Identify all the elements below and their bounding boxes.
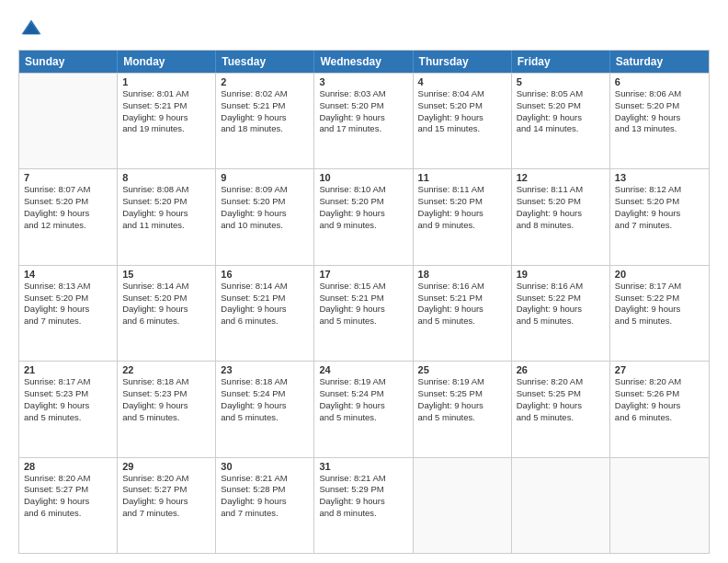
day-number: 22 — [122, 364, 210, 375]
cell-line: Daylight: 9 hours — [319, 496, 407, 508]
cell-line: and 12 minutes. — [24, 220, 112, 232]
cell-line: Sunrise: 8:01 AM — [122, 88, 210, 100]
day-number: 29 — [122, 461, 210, 472]
cell-line: and 5 minutes. — [517, 412, 605, 424]
cell-line: Sunset: 5:28 PM — [221, 484, 309, 496]
cal-cell-1-3: 2Sunrise: 8:02 AMSunset: 5:21 PMDaylight… — [216, 74, 314, 168]
cal-cell-2-4: 10Sunrise: 8:10 AMSunset: 5:20 PMDayligh… — [314, 169, 413, 264]
cell-line: Sunrise: 8:20 AM — [122, 473, 210, 485]
cell-line: and 5 minutes. — [122, 412, 210, 424]
cell-line: Daylight: 9 hours — [24, 496, 112, 508]
cell-line: Sunset: 5:20 PM — [319, 196, 407, 208]
cell-line: Daylight: 9 hours — [517, 400, 605, 412]
day-number: 2 — [221, 76, 309, 87]
cell-line: Daylight: 9 hours — [24, 304, 112, 316]
cell-line: Sunrise: 8:14 AM — [122, 281, 210, 293]
cell-line: Daylight: 9 hours — [418, 112, 506, 124]
cell-line: and 6 minutes. — [122, 316, 210, 327]
cal-cell-4-4: 24Sunrise: 8:19 AMSunset: 5:24 PMDayligh… — [314, 362, 413, 456]
cell-line: and 17 minutes. — [319, 123, 407, 135]
cell-line: Sunset: 5:20 PM — [418, 196, 506, 208]
cell-line: Daylight: 9 hours — [221, 400, 309, 412]
day-number: 23 — [221, 364, 309, 375]
cal-cell-5-1: 28Sunrise: 8:20 AMSunset: 5:27 PMDayligh… — [19, 458, 118, 553]
cal-cell-5-6 — [512, 458, 610, 553]
cell-line: Sunrise: 8:06 AM — [615, 88, 704, 100]
cell-line: Sunrise: 8:11 AM — [517, 184, 605, 196]
cal-cell-3-2: 15Sunrise: 8:14 AMSunset: 5:20 PMDayligh… — [118, 266, 216, 361]
cal-cell-2-3: 9Sunrise: 8:09 AMSunset: 5:20 PMDaylight… — [216, 169, 314, 264]
day-number: 20 — [615, 269, 704, 280]
cell-line: Sunset: 5:20 PM — [615, 100, 704, 112]
day-number: 9 — [221, 172, 309, 183]
cell-line: and 5 minutes. — [319, 412, 407, 424]
cell-line: Daylight: 9 hours — [221, 208, 309, 220]
cell-line: Daylight: 9 hours — [122, 496, 210, 508]
cell-line: Sunrise: 8:07 AM — [24, 184, 112, 196]
cell-line: and 8 minutes. — [319, 508, 407, 520]
cell-line: Sunset: 5:20 PM — [615, 196, 704, 208]
weekday-header-monday: Monday — [118, 51, 216, 73]
cal-cell-4-6: 26Sunrise: 8:20 AMSunset: 5:25 PMDayligh… — [512, 362, 610, 456]
calendar-row-3: 14Sunrise: 8:13 AMSunset: 5:20 PMDayligh… — [19, 265, 709, 361]
cell-line: and 9 minutes. — [418, 220, 506, 232]
cell-line: and 5 minutes. — [517, 316, 605, 327]
day-number: 13 — [615, 172, 704, 183]
cell-line: Sunset: 5:20 PM — [517, 196, 605, 208]
cal-cell-1-6: 5Sunrise: 8:05 AMSunset: 5:20 PMDaylight… — [512, 74, 610, 168]
cell-line: Daylight: 9 hours — [122, 400, 210, 412]
day-number: 1 — [122, 76, 210, 87]
cell-line: and 6 minutes. — [221, 316, 309, 327]
cell-line: Daylight: 9 hours — [319, 112, 407, 124]
cell-line: Sunset: 5:26 PM — [615, 388, 704, 400]
calendar-header: SundayMondayTuesdayWednesdayThursdayFrid… — [19, 51, 709, 73]
cell-line: Sunrise: 8:04 AM — [418, 88, 506, 100]
cal-cell-3-5: 18Sunrise: 8:16 AMSunset: 5:21 PMDayligh… — [414, 266, 512, 361]
cell-line: Sunrise: 8:19 AM — [418, 376, 506, 388]
cell-line: Sunrise: 8:13 AM — [24, 281, 112, 293]
cell-line: and 5 minutes. — [615, 316, 704, 327]
cell-line: Sunset: 5:20 PM — [122, 196, 210, 208]
day-number: 31 — [319, 461, 407, 472]
cell-line: Sunrise: 8:16 AM — [418, 281, 506, 293]
cal-cell-3-3: 16Sunrise: 8:14 AMSunset: 5:21 PMDayligh… — [216, 266, 314, 361]
cell-line: Daylight: 9 hours — [615, 112, 704, 124]
cell-line: Sunset: 5:22 PM — [517, 293, 605, 304]
day-number: 5 — [517, 76, 605, 87]
day-number: 17 — [319, 269, 407, 280]
cell-line: Daylight: 9 hours — [615, 208, 704, 220]
day-number: 10 — [319, 172, 407, 183]
cell-line: and 5 minutes. — [418, 316, 506, 327]
cell-line: Sunrise: 8:20 AM — [517, 376, 605, 388]
cell-line: and 10 minutes. — [221, 220, 309, 232]
day-number: 24 — [319, 364, 407, 375]
cell-line: Sunset: 5:20 PM — [221, 196, 309, 208]
weekday-header-tuesday: Tuesday — [216, 51, 314, 73]
header — [18, 17, 710, 42]
cell-line: Sunrise: 8:14 AM — [221, 281, 309, 293]
cell-line: Sunrise: 8:08 AM — [122, 184, 210, 196]
cell-line: Daylight: 9 hours — [319, 208, 407, 220]
cell-line: Daylight: 9 hours — [122, 112, 210, 124]
cal-cell-2-6: 12Sunrise: 8:11 AMSunset: 5:20 PMDayligh… — [512, 169, 610, 264]
cell-line: Daylight: 9 hours — [221, 112, 309, 124]
cell-line: and 13 minutes. — [615, 123, 704, 135]
cal-cell-5-3: 30Sunrise: 8:21 AMSunset: 5:28 PMDayligh… — [216, 458, 314, 553]
cell-line: Daylight: 9 hours — [122, 208, 210, 220]
cal-cell-2-1: 7Sunrise: 8:07 AMSunset: 5:20 PMDaylight… — [19, 169, 118, 264]
calendar-row-2: 7Sunrise: 8:07 AMSunset: 5:20 PMDaylight… — [19, 168, 709, 264]
cell-line: and 7 minutes. — [24, 316, 112, 327]
cell-line: Sunrise: 8:16 AM — [517, 281, 605, 293]
cal-cell-1-1 — [19, 74, 118, 168]
cal-cell-2-5: 11Sunrise: 8:11 AMSunset: 5:20 PMDayligh… — [414, 169, 512, 264]
cell-line: Sunset: 5:29 PM — [319, 484, 407, 496]
cal-cell-4-3: 23Sunrise: 8:18 AMSunset: 5:24 PMDayligh… — [216, 362, 314, 456]
cell-line: and 7 minutes. — [615, 220, 704, 232]
cell-line: Daylight: 9 hours — [615, 400, 704, 412]
cell-line: Sunrise: 8:17 AM — [24, 376, 112, 388]
cal-cell-4-1: 21Sunrise: 8:17 AMSunset: 5:23 PMDayligh… — [19, 362, 118, 456]
cal-cell-1-5: 4Sunrise: 8:04 AMSunset: 5:20 PMDaylight… — [414, 74, 512, 168]
calendar-row-4: 21Sunrise: 8:17 AMSunset: 5:23 PMDayligh… — [19, 361, 709, 456]
cell-line: Sunset: 5:20 PM — [122, 293, 210, 304]
cell-line: Sunset: 5:23 PM — [24, 388, 112, 400]
